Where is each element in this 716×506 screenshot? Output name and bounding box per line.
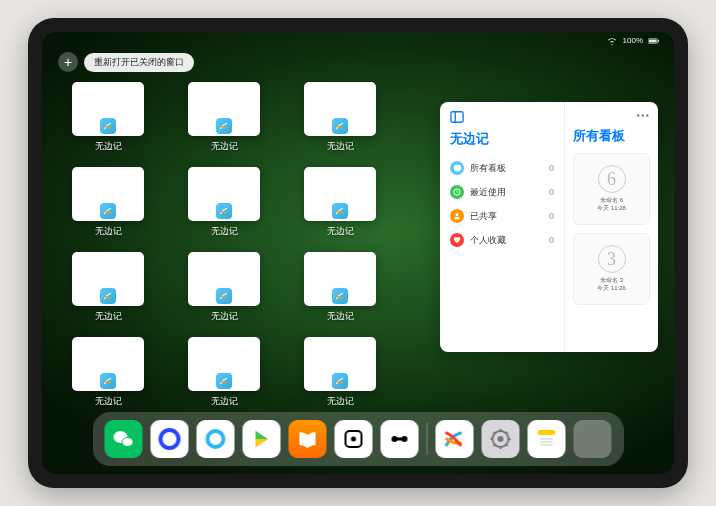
all-boards-title: 所有看板 bbox=[573, 127, 650, 145]
svg-line-24 bbox=[494, 444, 496, 446]
board-meta: 未命名 6今天 11:28 bbox=[597, 197, 626, 213]
battery-text: 100% bbox=[623, 36, 643, 45]
dock-qq-browser[interactable] bbox=[197, 420, 235, 458]
sidebar-item-heart[interactable]: 个人收藏0 bbox=[450, 228, 554, 252]
freeform-icon bbox=[332, 203, 348, 219]
top-controls: + 重新打开已关闭的窗口 bbox=[58, 52, 194, 72]
app-window[interactable]: 无边记 bbox=[304, 82, 376, 153]
window-label: 无边记 bbox=[211, 225, 238, 238]
dock-divider bbox=[427, 423, 428, 455]
freeform-icon bbox=[216, 203, 232, 219]
window-label: 无边记 bbox=[211, 140, 238, 153]
screen: 100% + 重新打开已关闭的窗口 无边记无边记无边记无边记无边记无边记无边记无… bbox=[42, 32, 674, 474]
dock-app-library[interactable] bbox=[574, 420, 612, 458]
sidebar-icon bbox=[450, 110, 464, 124]
window-thumbnail bbox=[72, 167, 144, 221]
app-window[interactable]: 无边记 bbox=[188, 167, 260, 238]
window-label: 无边记 bbox=[327, 225, 354, 238]
dock-notes[interactable] bbox=[528, 420, 566, 458]
dock bbox=[93, 412, 624, 466]
svg-point-8 bbox=[122, 438, 133, 447]
battery-icon bbox=[648, 37, 660, 45]
menu-label: 所有看板 bbox=[470, 162, 506, 175]
app-window[interactable]: 无边记 bbox=[72, 167, 144, 238]
dock-settings[interactable] bbox=[482, 420, 520, 458]
more-icon[interactable]: ••• bbox=[636, 110, 650, 121]
window-label: 无边记 bbox=[95, 310, 122, 323]
sidebar-item-chat[interactable]: 所有看板0 bbox=[450, 156, 554, 180]
board-card[interactable]: 3未命名 3今天 11:26 bbox=[573, 233, 650, 305]
board-card[interactable]: 6未命名 6今天 11:28 bbox=[573, 153, 650, 225]
menu-label: 已共享 bbox=[470, 210, 497, 223]
dock-dice[interactable] bbox=[335, 420, 373, 458]
menu-count: 0 bbox=[549, 187, 554, 197]
svg-rect-27 bbox=[538, 430, 556, 435]
svg-rect-2 bbox=[658, 39, 659, 41]
dock-play[interactable] bbox=[243, 420, 281, 458]
app-window[interactable]: 无边记 bbox=[304, 337, 376, 408]
window-thumbnail bbox=[304, 337, 376, 391]
window-label: 无边记 bbox=[95, 395, 122, 408]
window-thumbnail bbox=[188, 337, 260, 391]
window-thumbnail bbox=[72, 252, 144, 306]
window-thumbnail bbox=[188, 252, 260, 306]
window-label: 无边记 bbox=[95, 225, 122, 238]
freeform-icon bbox=[216, 288, 232, 304]
menu-label: 最近使用 bbox=[470, 186, 506, 199]
window-label: 无边记 bbox=[95, 140, 122, 153]
side-panel-left: 无边记 所有看板0最近使用0已共享0个人收藏0 bbox=[440, 102, 565, 352]
freeform-icon bbox=[100, 288, 116, 304]
menu-label: 个人收藏 bbox=[470, 234, 506, 247]
dock-freeform[interactable] bbox=[436, 420, 474, 458]
window-thumbnail bbox=[72, 337, 144, 391]
app-window[interactable]: 无边记 bbox=[72, 337, 144, 408]
svg-rect-15 bbox=[395, 438, 405, 441]
app-window[interactable]: 无边记 bbox=[72, 252, 144, 323]
app-window[interactable]: 无边记 bbox=[304, 252, 376, 323]
menu-count: 0 bbox=[549, 235, 554, 245]
svg-line-22 bbox=[494, 432, 496, 434]
side-panel-title: 无边记 bbox=[450, 130, 554, 148]
freeform-icon bbox=[216, 373, 232, 389]
svg-line-23 bbox=[506, 444, 508, 446]
freeform-icon bbox=[332, 118, 348, 134]
board-thumbnail: 3 bbox=[598, 245, 626, 273]
heart-icon bbox=[450, 233, 464, 247]
freeform-icon bbox=[100, 118, 116, 134]
app-window[interactable]: 无边记 bbox=[188, 337, 260, 408]
svg-point-6 bbox=[456, 213, 459, 216]
app-window[interactable]: 无边记 bbox=[72, 82, 144, 153]
sidebar-item-person[interactable]: 已共享0 bbox=[450, 204, 554, 228]
menu-count: 0 bbox=[549, 211, 554, 221]
freeform-icon bbox=[100, 203, 116, 219]
freeform-icon bbox=[100, 373, 116, 389]
dock-books[interactable] bbox=[289, 420, 327, 458]
app-window[interactable]: 无边记 bbox=[304, 167, 376, 238]
svg-point-17 bbox=[498, 436, 504, 442]
person-icon bbox=[450, 209, 464, 223]
sidebar-item-clock[interactable]: 最近使用0 bbox=[450, 180, 554, 204]
svg-point-10 bbox=[208, 431, 224, 447]
board-thumbnail: 6 bbox=[598, 165, 626, 193]
status-bar: 100% bbox=[606, 36, 660, 45]
add-window-button[interactable]: + bbox=[58, 52, 78, 72]
reopen-closed-window-button[interactable]: 重新打开已关闭的窗口 bbox=[84, 53, 194, 72]
clock-icon bbox=[450, 185, 464, 199]
dock-connect[interactable] bbox=[381, 420, 419, 458]
app-switcher-grid: 无边记无边记无边记无边记无边记无边记无边记无边记无边记无边记无边记无边记 bbox=[72, 82, 420, 408]
window-thumbnail bbox=[72, 82, 144, 136]
svg-point-12 bbox=[351, 437, 356, 442]
window-thumbnail bbox=[188, 82, 260, 136]
freeform-icon bbox=[332, 373, 348, 389]
window-label: 无边记 bbox=[211, 310, 238, 323]
window-label: 无边记 bbox=[211, 395, 238, 408]
app-window[interactable]: 无边记 bbox=[188, 82, 260, 153]
chat-icon bbox=[450, 161, 464, 175]
ipad-frame: 100% + 重新打开已关闭的窗口 无边记无边记无边记无边记无边记无边记无边记无… bbox=[28, 18, 688, 488]
dock-quark[interactable] bbox=[151, 420, 189, 458]
app-window[interactable]: 无边记 bbox=[188, 252, 260, 323]
svg-line-25 bbox=[506, 432, 508, 434]
window-thumbnail bbox=[304, 252, 376, 306]
side-panel-right: ••• 所有看板 6未命名 6今天 11:283未命名 3今天 11:26 bbox=[565, 102, 658, 352]
dock-wechat[interactable] bbox=[105, 420, 143, 458]
